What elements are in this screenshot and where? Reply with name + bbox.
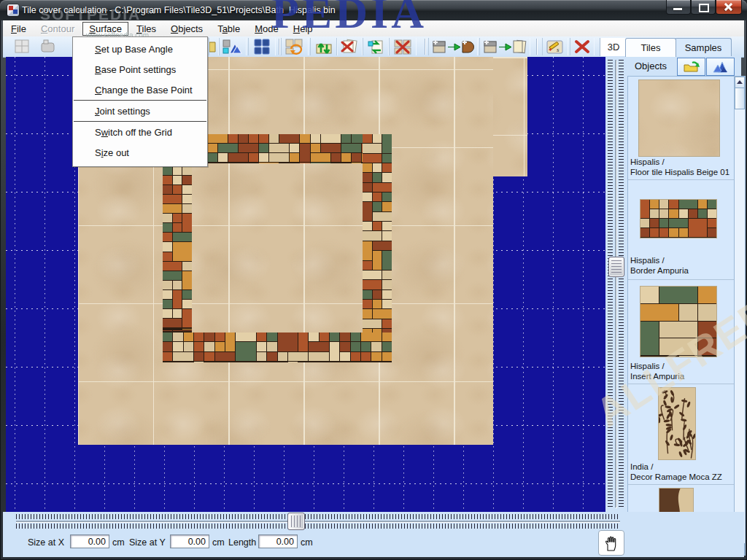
base-angle-icon[interactable] [220, 38, 246, 55]
maximize-button[interactable] [691, 0, 716, 15]
screenshot-stage: Tile cover calculation - C:\Program File… [0, 0, 747, 560]
horizontal-trackbar[interactable] [16, 513, 620, 530]
replace-page-icon[interactable] [363, 38, 388, 55]
partial-hidden-icon[interactable] [209, 38, 218, 55]
scroll-up-button[interactable] [735, 77, 745, 88]
tile-label: Border Ampuria [630, 265, 689, 276]
edit-surface-icon[interactable]: s [543, 38, 568, 55]
toolbar-separator [425, 39, 425, 55]
tiles-panel: Objects Hispalis / Floor tile Hispalis B… [624, 56, 741, 554]
tile-label: Hispalis / [630, 157, 665, 167]
tile-list: Hispalis / Floor tile Hispalis Beige 01 … [627, 76, 735, 556]
app-icon [7, 4, 19, 16]
view-3d-object-button[interactable] [706, 58, 735, 76]
delete-icon[interactable] [570, 38, 594, 55]
tile-label: Decor Ramage Moca ZZ [630, 472, 722, 482]
menu-help[interactable]: Help [287, 22, 320, 36]
list-separator [628, 384, 735, 384]
menu-item-size-out[interactable]: Size out [73, 142, 207, 163]
close-icon [724, 3, 733, 11]
tile-label: Hispalis / [630, 255, 665, 265]
area-disabled-icon [36, 38, 60, 55]
trackbar-groove [615, 60, 616, 508]
tile-label: Floor tile Hispalis Beige 01 [630, 167, 729, 177]
delete-pages-icon[interactable] [337, 38, 362, 55]
tile-thumbnail-border-ampuria[interactable] [640, 200, 716, 238]
four-tiles-icon[interactable] [249, 38, 275, 55]
border-ring-right[interactable] [363, 134, 392, 362]
status-row: Size at X cm Size at Y cm Length cm [3, 531, 744, 554]
bottom-bar: Size at X cm Size at Y cm Length cm [3, 512, 744, 557]
vertical-trackbar[interactable] [605, 57, 626, 512]
horizontal-trackbar-thumb[interactable] [287, 513, 305, 530]
close-button[interactable] [716, 0, 742, 15]
size-x-unit: cm [112, 537, 125, 548]
border-ring-left[interactable] [163, 166, 192, 332]
menu-bar: File Contour Surface Tiles Objects Table… [3, 20, 744, 37]
length-unit: cm [301, 537, 313, 548]
size-y-input[interactable] [170, 534, 209, 548]
tile-label: Hispalis / [630, 361, 665, 371]
list-separator [628, 484, 735, 485]
list-separator [628, 279, 735, 280]
folder-arrow-icon [683, 61, 700, 74]
size-x-label: Size at X [28, 537, 64, 548]
floor-tiled-notch[interactable] [493, 57, 527, 176]
tick-marks [16, 514, 620, 519]
objects-row: Objects [624, 56, 741, 76]
tick-marks [619, 60, 624, 508]
grid-disabled-icon [10, 38, 34, 55]
menu-item-set-up-base-angle[interactable]: Set up Base Angle [73, 39, 207, 59]
scrollbar-thumb[interactable] [735, 88, 745, 109]
pyramid-icon [712, 61, 729, 74]
delete-tiles-icon[interactable] [390, 38, 416, 55]
list-separator [628, 179, 735, 180]
size-y-label: Size at Y [129, 537, 166, 548]
length-label: Length [228, 537, 256, 548]
tick-marks [608, 60, 613, 508]
app-window: Tile cover calculation - C:\Program File… [0, 0, 747, 560]
minimize-button[interactable] [666, 0, 691, 15]
border-ring-bottom[interactable] [163, 332, 392, 362]
toolbar-separator [279, 39, 279, 55]
menu-objects[interactable]: Objects [164, 22, 209, 36]
menu-file[interactable]: File [4, 22, 33, 36]
menu-surface[interactable]: Surface [82, 22, 128, 36]
tile-to-pages-icon[interactable] [480, 38, 530, 55]
minimize-icon [673, 8, 682, 10]
title-bar[interactable]: Tile cover calculation - C:\Program File… [0, 0, 747, 20]
window-title: Tile cover calculation - C:\Program File… [22, 5, 336, 15]
toolbar-separator [536, 39, 537, 55]
menu-item-joint-settings[interactable]: Joint settings [73, 101, 207, 121]
hand-icon [603, 534, 620, 552]
panel-scrollbar[interactable] [734, 76, 746, 556]
tile-thumbnail-insert-ampuria[interactable] [640, 287, 716, 357]
tile-thumbnail-floor-hispalis-beige[interactable] [639, 80, 719, 156]
menu-contour: Contour [34, 22, 81, 36]
tile-thumbnail-decor-ramage-moca[interactable] [659, 388, 695, 459]
tile-to-contour-icon[interactable] [429, 38, 477, 55]
menu-item-switch-off-the-grid[interactable]: Switch off the Grid [73, 122, 207, 142]
import-export-icon[interactable] [311, 38, 337, 55]
vertical-trackbar-thumb[interactable] [608, 257, 624, 277]
tick-marks [16, 524, 620, 529]
surface-menu: Set up Base Angle Base Point settings Ch… [72, 36, 208, 167]
svg-text:s: s [557, 46, 560, 53]
menu-mode[interactable]: Mode [248, 22, 285, 36]
hand-cursor [598, 530, 624, 556]
menu-table[interactable]: Table [211, 22, 247, 36]
menu-item-change-the-base-point[interactable]: Change the Base Point [73, 79, 207, 100]
size-y-unit: cm [212, 537, 225, 548]
arrow-up-icon [737, 80, 743, 84]
length-input[interactable] [258, 534, 298, 548]
tab-tiles[interactable]: Tiles [625, 38, 676, 57]
maximize-icon [699, 4, 709, 12]
tab-samples[interactable]: Samples [675, 38, 732, 57]
size-x-input[interactable] [70, 534, 109, 548]
load-object-button[interactable] [677, 58, 705, 76]
menu-tiles[interactable]: Tiles [130, 22, 163, 36]
recalc-tiles-icon[interactable] [282, 38, 308, 55]
tile-label: Insert Ampuria [630, 371, 684, 381]
view-3d-button[interactable]: 3D [600, 38, 627, 56]
menu-item-base-point-settings[interactable]: Base Point settings [73, 59, 207, 79]
